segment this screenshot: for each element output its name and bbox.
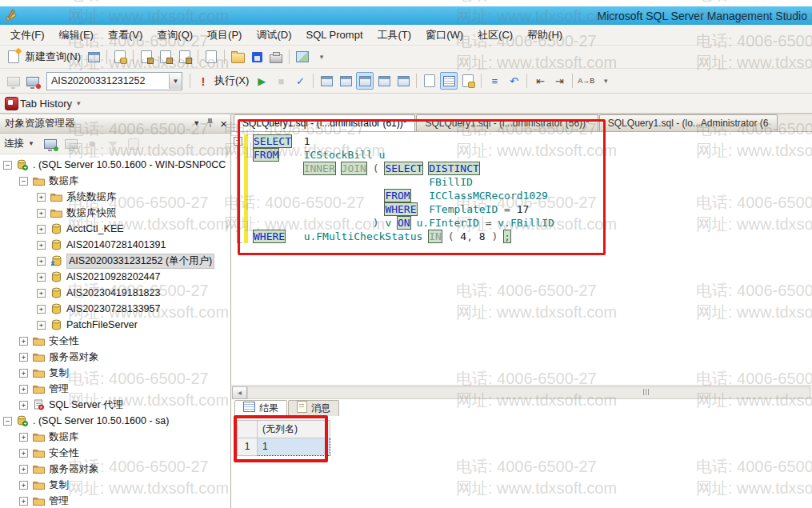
expand-icon[interactable]: + [19, 481, 28, 490]
sql-prompt-icon[interactable] [294, 48, 311, 66]
connect-button[interactable]: 连接 [4, 137, 24, 150]
xmla-query-icon[interactable] [176, 48, 194, 66]
menu-item-3[interactable]: 查询(Q) [150, 26, 200, 45]
grid-row-header[interactable]: 1 [238, 438, 258, 455]
decrease-indent-icon[interactable]: ⇤ [531, 72, 549, 90]
expand-icon[interactable]: + [37, 241, 46, 250]
expand-icon[interactable]: + [19, 401, 28, 410]
tree-item-label[interactable]: AcctCtl_KEE [66, 223, 124, 234]
uncomment-lines-icon[interactable]: ↶ [505, 72, 522, 90]
tree-item-label[interactable]: AIS201407281401391 [66, 239, 166, 250]
parse-icon[interactable]: ✓ [291, 72, 309, 90]
tree-item-label[interactable]: AIS20200331231252 (单个用户) [66, 254, 214, 269]
expand-icon[interactable]: + [19, 385, 28, 394]
mdx-query-icon[interactable] [138, 48, 155, 66]
tree-item[interactable]: +AIS20200331231252 (单个用户) [0, 253, 230, 269]
expand-icon[interactable]: + [19, 497, 28, 506]
print-icon[interactable] [267, 48, 285, 66]
expand-icon[interactable]: + [19, 353, 28, 362]
menu-item-5[interactable]: 调试(D) [249, 26, 298, 45]
expand-icon[interactable]: + [19, 337, 28, 346]
filter-icon[interactable] [104, 135, 122, 153]
menu-item-2[interactable]: 查看(V) [101, 26, 150, 45]
display-estimated-plan-icon[interactable] [318, 72, 335, 90]
connect-object-explorer-icon[interactable] [42, 135, 59, 153]
new-database-engine-query-icon[interactable] [111, 48, 129, 66]
expand-icon[interactable]: + [37, 225, 46, 234]
results-tab-1[interactable]: 消息 [288, 400, 339, 416]
scroll-left-icon[interactable]: ◂ [232, 386, 247, 399]
tree-item-label[interactable]: 数据库 [49, 430, 79, 444]
expand-icon[interactable]: + [19, 369, 28, 378]
document-tab-1[interactable]: SQLQuery1.sql - (l...dministrator (56))* [416, 114, 598, 131]
tree-item-label[interactable]: 复制 [49, 366, 69, 380]
tree-item[interactable]: −. (SQL Server 10.50.1600 - WIN-DSNP0CC [0, 157, 230, 173]
expand-icon[interactable]: + [37, 273, 46, 282]
results-to-file-icon[interactable] [459, 72, 477, 90]
tree-item-label[interactable]: 服务器对象 [49, 462, 99, 476]
new-query-button[interactable]: 新建查询(N) [25, 50, 81, 64]
tree-item-label[interactable]: . (SQL Server 10.50.1600 - WIN-DSNP0CC [33, 159, 226, 170]
menu-item-0[interactable]: 文件(F) [3, 26, 52, 45]
tree-item[interactable]: +AIS201407281401391 [0, 237, 230, 253]
outline-collapse-icon[interactable]: − [234, 137, 242, 146]
grid-column-header[interactable]: (无列名) [258, 420, 330, 438]
collapse-icon[interactable]: − [3, 161, 12, 170]
tree-item[interactable]: +PatchFileServer [0, 317, 230, 333]
tree-item[interactable]: +服务器对象 [0, 349, 230, 365]
tree-item[interactable]: +系统数据库 [0, 189, 230, 205]
database-combobox[interactable]: AIS20200331231252 ▼ [46, 72, 182, 90]
save-icon[interactable] [248, 48, 266, 66]
tree-item-label[interactable]: 复制 [49, 478, 69, 492]
tree-item-label[interactable]: 安全性 [49, 334, 79, 348]
sqlcmd-mode-icon[interactable] [375, 72, 393, 90]
window-position-icon[interactable]: ▼ [193, 120, 200, 127]
tree-item-label[interactable]: 管理 [49, 382, 69, 396]
tree-item[interactable]: +数据库快照 [0, 205, 230, 221]
name-completion-icon[interactable]: A→B [577, 72, 595, 90]
register-server-icon[interactable] [5, 72, 22, 90]
combobox-dropdown-icon[interactable]: ▼ [169, 74, 182, 89]
grid-cell[interactable]: 1 [258, 438, 330, 455]
tree-item[interactable]: +SQL Server 代理 [0, 397, 230, 413]
results-to-text-icon[interactable] [421, 72, 438, 90]
expand-icon[interactable]: + [37, 289, 46, 298]
reports-icon[interactable] [125, 135, 142, 153]
document-tab-2[interactable]: SQLQuery1.sql - (lo...Administrator (6 [599, 114, 778, 131]
menu-item-8[interactable]: 窗口(W) [418, 26, 470, 45]
sql-code[interactable]: SELECT 1FROM ICStockBill u INNER JOIN ( … [254, 134, 554, 243]
tree-item[interactable]: +复制 [0, 477, 230, 493]
expand-icon[interactable]: + [37, 193, 46, 202]
toolbar-overflow-icon[interactable]: ▾ [313, 48, 330, 66]
execute-button[interactable]: 执行(X) [214, 74, 249, 88]
tree-item-label[interactable]: AIS20230728133957 [66, 303, 160, 314]
tree-item[interactable]: +服务器对象 [0, 461, 230, 477]
tree-item-label[interactable]: 系统数据库 [66, 190, 117, 204]
tree-item-label[interactable]: AIS20230419181823 [66, 287, 160, 298]
stop-icon[interactable]: ■ [83, 135, 101, 153]
toolbar-overflow-icon[interactable]: ▾ [597, 72, 614, 90]
tree-item[interactable]: +AIS20210928202447 [0, 269, 230, 285]
tree-item-label[interactable]: 管理 [49, 494, 69, 508]
menu-item-4[interactable]: 项目(P) [200, 26, 249, 45]
results-tab-0[interactable]: 结果 [234, 400, 287, 416]
tree-item[interactable]: −. (SQL Server 10.50.1600 - sa) [0, 413, 230, 429]
tree-item[interactable]: +数据库 [0, 429, 230, 445]
menu-item-9[interactable]: 社区(C) [470, 26, 520, 45]
change-connection-icon[interactable] [24, 72, 42, 90]
tree-item-label[interactable]: SQL Server 代理 [49, 398, 123, 412]
expand-icon[interactable]: + [37, 257, 46, 266]
debug-play-icon[interactable]: ▶ [253, 72, 270, 90]
expand-icon[interactable]: + [19, 433, 28, 442]
splitter-grip-icon[interactable] [643, 389, 650, 395]
tree-item[interactable]: +AIS20230419181823 [0, 285, 230, 301]
increase-indent-icon[interactable]: ⇥ [550, 72, 568, 90]
tree-item-label[interactable]: PatchFileServer [66, 319, 138, 330]
tree-item-label[interactable]: 安全性 [49, 446, 79, 460]
tab-history-button[interactable]: Tab History [20, 98, 72, 110]
dmx-query-icon[interactable] [157, 48, 174, 66]
tree-item[interactable]: +管理 [0, 381, 230, 397]
grid-corner-cell[interactable] [238, 420, 258, 438]
menu-item-1[interactable]: 编辑(E) [52, 26, 101, 45]
collapse-icon[interactable]: − [19, 177, 28, 186]
